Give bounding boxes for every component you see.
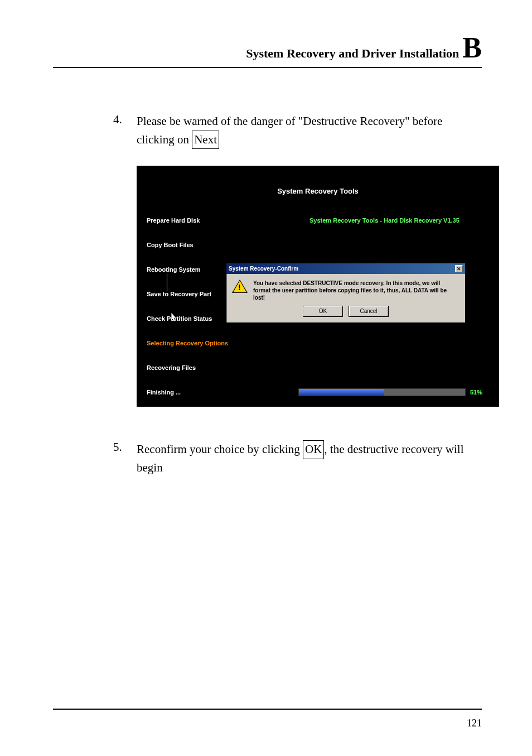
step-text: Please be warned of the danger of "Destr…	[137, 113, 482, 149]
step-5-before: Reconfirm your choice by clicking	[137, 442, 303, 456]
progress-percent: 51%	[470, 389, 482, 396]
dialog-titlebar: System Recovery-Confirm ✕	[226, 263, 465, 274]
step-number: 4.	[113, 113, 137, 149]
step-text: Reconfirm your choice by clicking OK, th…	[137, 440, 482, 476]
side-step-prepare: Prepare Hard Disk	[147, 217, 228, 224]
side-step-copy: Copy Boot Files	[147, 242, 228, 248]
side-step-check: Check Partition Status	[147, 315, 228, 322]
cancel-button[interactable]: Cancel	[349, 306, 389, 317]
step-4-before: Please be warned of the danger of "Destr…	[137, 114, 442, 146]
ok-button[interactable]: OK	[303, 306, 343, 317]
dialog-message: You have selected DESTRUCTIVE mode recov…	[253, 280, 458, 301]
side-steps-list: Prepare Hard Disk Copy Boot Files Reboot…	[147, 217, 228, 413]
dialog-body: ! You have selected DESTRUCTIVE mode rec…	[226, 274, 465, 305]
side-step-finishing: Finishing ...	[147, 389, 228, 396]
dialog-title: System Recovery-Confirm	[229, 266, 298, 272]
close-icon[interactable]: ✕	[455, 265, 463, 272]
header-title: System Recovery and Driver Installation	[246, 46, 459, 61]
progress-area: 51%	[298, 388, 482, 397]
side-step-selecting: Selecting Recovery Options	[147, 340, 228, 346]
page-number: 121	[467, 718, 482, 729]
screenshot-subtitle: System Recovery Tools - Hard Disk Recove…	[309, 217, 460, 224]
side-step-reboot: Rebooting System	[147, 266, 228, 273]
boxed-next: Next	[192, 131, 219, 150]
header-letter: B	[462, 33, 482, 62]
dialog-buttons: OK Cancel	[226, 305, 465, 322]
confirm-dialog: System Recovery-Confirm ✕ ! You have sel…	[226, 263, 466, 323]
side-step-reboot-label: Rebooting System	[147, 266, 201, 273]
screenshot-recovery-tools: System Recovery Tools System Recovery To…	[137, 166, 499, 407]
page-footer: 121	[53, 709, 482, 729]
progress-fill	[299, 389, 384, 396]
screenshot-title: System Recovery Tools	[137, 166, 499, 195]
side-step-save: Save to Recovery Part	[147, 291, 228, 297]
warning-icon: !	[232, 280, 248, 293]
step-4: 4. Please be warned of the danger of "De…	[113, 113, 482, 149]
page-header: System Recovery and Driver Installation …	[53, 33, 482, 68]
step-5: 5. Reconfirm your choice by clicking OK,…	[113, 440, 482, 476]
progress-bar	[298, 388, 466, 396]
boxed-ok: OK	[303, 440, 324, 459]
side-step-recovering: Recovering Files	[147, 364, 228, 371]
connector-line	[167, 273, 167, 291]
step-number: 5.	[113, 440, 137, 476]
